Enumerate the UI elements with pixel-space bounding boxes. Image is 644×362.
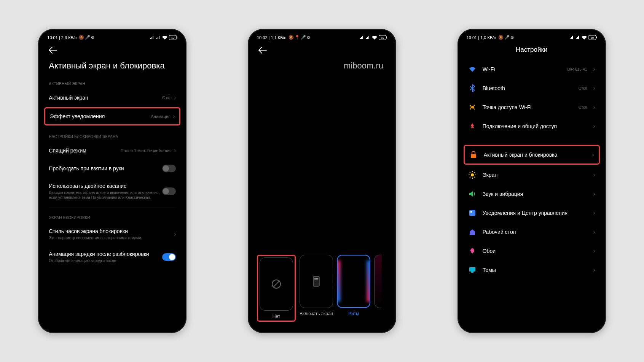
row-label: Эффект уведомления [50, 113, 151, 119]
row-hotspot[interactable]: Точка доступа Wi-Fi Откл › [461, 98, 602, 117]
chevron-right-icon: › [593, 191, 595, 197]
row-display[interactable]: Экран › [461, 165, 602, 184]
svg-rect-15 [471, 154, 476, 158]
row-themes[interactable]: Темы › [461, 260, 602, 279]
chevron-right-icon: › [593, 85, 595, 92]
effect-card-partial[interactable] [374, 255, 382, 308]
divider [49, 208, 176, 208]
row-label: Bluetooth [483, 85, 572, 91]
svg-rect-26 [470, 211, 472, 213]
watermark: miboom.ru [344, 61, 383, 71]
phone-middle: 10:02 | 1,1 КБ/с 🔕 📍 🎤 ⊚ 10 miboom.ru [248, 29, 396, 333]
toggle-double-tap[interactable] [162, 187, 176, 195]
row-label: Экран [483, 172, 587, 178]
phone-left: 10:01 | 2,3 КБ/с 🔕 🎤 ⊚ 10 Активный экран… [38, 29, 187, 333]
back-button[interactable] [252, 41, 392, 57]
row-active-screen[interactable]: Активный экран Откл › [42, 89, 183, 106]
settings-title: Настройки [461, 41, 602, 60]
control-center-icon [468, 209, 477, 217]
effect-card-rhythm[interactable]: Ритм [337, 255, 370, 322]
effect-card-none[interactable]: Нет [257, 255, 296, 322]
effect-label: Включать экран [300, 311, 333, 316]
dnd-icon: 🔕 [79, 35, 84, 40]
svg-rect-25 [469, 210, 475, 216]
hotspot-icon [468, 103, 477, 111]
row-label: Пробуждать при взятии в руки [49, 165, 162, 171]
row-notifications[interactable]: Уведомления и Центр управления › [461, 203, 602, 222]
row-connection-sharing[interactable]: Подключение и общий доступ › [461, 117, 602, 136]
status-bar: 10:02 | 1,1 КБ/с 🔕 📍 🎤 ⊚ 10 [252, 33, 392, 41]
svg-point-16 [471, 173, 474, 176]
effect-options: Нет Включать экран Ритм [257, 255, 392, 322]
section-lock-screen: ЭКРАН БЛОКИРОВКИ [42, 210, 183, 223]
svg-rect-12 [596, 37, 597, 38]
row-label: Обои [483, 248, 587, 254]
chevron-right-icon: › [593, 210, 595, 216]
section-active-screen: АКТИВНЫЙ ЭКРАН [42, 76, 183, 89]
row-bluetooth[interactable]: Bluetooth Откл › [461, 79, 602, 98]
dnd-icon: 🔕 [498, 35, 504, 40]
mic-icon: 🎤 [301, 35, 306, 40]
row-wallpaper[interactable]: Обои › [461, 241, 602, 260]
toggle-charging-animation[interactable] [162, 253, 176, 261]
svg-line-7 [273, 281, 279, 287]
app-icon: ⊚ [307, 35, 310, 40]
row-label: Звук и вибрация [483, 191, 587, 197]
status-time: 10:01 | 1,0 КБ/с [467, 35, 496, 40]
page-title: Активный экран и блокировка [42, 57, 183, 76]
row-value: Откл [579, 105, 587, 110]
back-button[interactable] [42, 41, 183, 57]
row-label: Активный экран [49, 95, 162, 101]
chevron-right-icon: › [593, 229, 595, 235]
row-label: Спящий режим [49, 148, 120, 154]
svg-line-22 [474, 177, 475, 178]
row-subtitle: Отображать анимацию зарядки после [49, 258, 162, 263]
svg-text:10: 10 [381, 37, 384, 39]
svg-text:10: 10 [171, 37, 174, 39]
row-sound[interactable]: Звук и вибрация › [461, 184, 602, 203]
row-clock-style[interactable]: Стиль часов экрана блокировки Этот парам… [42, 223, 183, 246]
row-charging-animation[interactable]: Анимация зарядки после разблокировки Ото… [42, 246, 183, 268]
row-wifi[interactable]: Wi-Fi DIR-615-41 › [461, 60, 602, 79]
share-icon [468, 122, 477, 130]
svg-rect-10 [314, 279, 318, 280]
bluetooth-icon [468, 84, 477, 92]
row-sleep-mode[interactable]: Спящий режим После 1 мин. бездействия › [42, 142, 183, 159]
themes-icon [468, 266, 477, 274]
svg-rect-27 [469, 267, 475, 272]
row-label: Рабочий стол [483, 229, 587, 235]
row-label: Wi-Fi [483, 66, 561, 72]
app-icon: ⊚ [91, 35, 94, 40]
status-time: 10:02 | 1,1 КБ/с [257, 35, 286, 40]
row-raise-to-wake[interactable]: Пробуждать при взятии в руки [42, 159, 183, 178]
status-right-icons: 10 [150, 35, 177, 40]
svg-rect-4 [386, 37, 387, 38]
chevron-right-icon: › [173, 113, 175, 120]
row-value: Откл [162, 95, 172, 100]
row-subtitle: Этот параметр несовместим со сторонними … [49, 235, 174, 240]
svg-rect-8 [313, 276, 319, 286]
row-double-tap[interactable]: Использовать двойное касание Дважды косн… [42, 178, 183, 205]
mic-icon: 🎤 [504, 35, 510, 40]
chevron-right-icon: › [593, 104, 595, 111]
status-right-icons: 10 [569, 35, 597, 40]
row-value: DIR-615-41 [567, 67, 587, 71]
row-lock-screen[interactable]: Активный экран и блокировка › [464, 145, 600, 165]
chevron-right-icon: › [174, 94, 176, 101]
section-lock-settings: НАСТРОЙКИ БЛОКИРОВКИ ЭКРАНА [42, 129, 183, 142]
wallpaper-icon [468, 247, 477, 255]
chevron-right-icon: › [593, 267, 595, 273]
toggle-raise-to-wake[interactable] [162, 165, 176, 172]
location-icon: 📍 [295, 35, 300, 40]
status-bar: 10:01 | 1,0 КБ/с 🔕 🎤 ⊚ 10 [461, 33, 602, 41]
row-home-screen[interactable]: Рабочий стол › [461, 222, 602, 241]
row-label: Активный экран и блокировка [484, 152, 586, 158]
row-subtitle: Дважды коснитесь экрана для его включени… [49, 190, 162, 200]
row-notification-effect[interactable]: Эффект уведомления Анимация › [44, 107, 180, 125]
row-value: После 1 мин. бездействия [121, 148, 172, 153]
row-label: Использовать двойное касание [49, 183, 162, 189]
chevron-right-icon: › [592, 151, 594, 158]
none-icon [271, 279, 282, 289]
effect-card-wake-screen[interactable]: Включать экран [300, 255, 333, 322]
row-label: Темы [483, 267, 587, 273]
